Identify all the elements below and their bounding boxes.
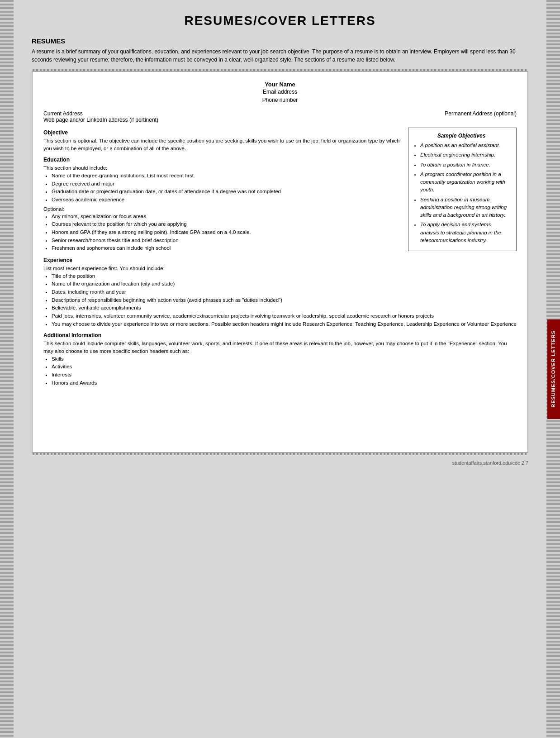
right-tab-label: RESUMES/COVER LETTERS xyxy=(551,330,556,408)
exp-bullet-2: Name of the organization and location (c… xyxy=(52,280,517,288)
edu-opt-bullet-2: Courses relevant to the position for whi… xyxy=(52,220,401,228)
resume-left-col: Objective This section is optional. The … xyxy=(43,125,401,252)
objective-title: Objective xyxy=(43,129,401,136)
sample-obj-3: To obtain a position in finance. xyxy=(420,161,510,169)
web-address: Web page and/or LinkedIn address (if per… xyxy=(43,117,158,123)
right-tab: RESUMES/COVER LETTERS xyxy=(547,319,560,419)
edu-bullet-1: Name of the degree-granting institutions… xyxy=(52,172,401,180)
additional-info-body: This section could include computer skil… xyxy=(43,340,517,355)
optional-label: Optional: xyxy=(43,206,401,212)
exp-bullet-7: You may choose to divide your experience… xyxy=(52,320,517,328)
add-bullet-1: Skills xyxy=(52,355,517,363)
objective-body: This section is optional. The objective … xyxy=(43,137,401,152)
add-bullet-4: Honors and Awards xyxy=(52,379,517,387)
education-optional-bullets: Any minors, specialization or focus area… xyxy=(43,213,401,252)
sample-obj-4: A program coordinator position in a comm… xyxy=(420,171,510,194)
exp-bullet-6: Paid jobs, internships, volunteer commun… xyxy=(52,312,517,320)
education-bullets: Name of the degree-granting institutions… xyxy=(43,172,401,204)
sample-objectives-title: Sample Objectives xyxy=(413,133,510,139)
address-row: Current Address Web page and/or LinkedIn… xyxy=(43,110,517,123)
sample-objectives-col: Sample Objectives A position as an edito… xyxy=(408,125,517,252)
right-decorative-border: RESUMES/COVER LETTERS xyxy=(546,0,560,738)
edu-opt-bullet-4: Senior research/honors thesis title and … xyxy=(52,237,401,244)
edu-opt-bullet-1: Any minors, specialization or focus area… xyxy=(52,213,401,220)
edu-bullet-2: Degree received and major xyxy=(52,180,401,188)
add-bullet-3: Interests xyxy=(52,371,517,379)
footer-text: studentaffairs.stanford.edu/cdc 2 7 xyxy=(32,460,528,466)
edu-opt-bullet-5: Freshmen and sophomores can include high… xyxy=(52,244,401,252)
experience-title: Experience xyxy=(43,257,517,263)
current-address-label: Current Address xyxy=(43,110,158,117)
experience-bullets: Title of the position Name of the organi… xyxy=(43,272,517,328)
left-decorative-border xyxy=(0,0,14,738)
add-bullet-2: Activities xyxy=(52,363,517,371)
resume-email: Email address xyxy=(43,88,517,96)
sample-obj-5: Seeking a position in museum administrat… xyxy=(420,196,510,219)
main-content: RESUMES/COVER LETTERS RESUMES A resume i… xyxy=(14,0,546,738)
current-address-block: Current Address Web page and/or LinkedIn… xyxy=(43,110,158,123)
exp-bullet-5: Believable, verifiable accomplishments xyxy=(52,304,517,312)
sample-objectives-box: Sample Objectives A position as an edito… xyxy=(408,128,517,251)
experience-intro: List most recent experience first. You s… xyxy=(43,265,517,272)
resume-template-box: Your Name Email address Phone number Cur… xyxy=(32,71,528,453)
resume-phone: Phone number xyxy=(43,96,517,104)
resumes-heading: RESUMES xyxy=(32,37,528,45)
resume-header: Your Name Email address Phone number xyxy=(43,81,517,104)
exp-bullet-1: Title of the position xyxy=(52,272,517,280)
exp-bullet-3: Dates, including month and year xyxy=(52,288,517,296)
resume-two-col: Objective This section is optional. The … xyxy=(43,125,517,252)
sample-objectives-list: A position as an editorial assistant. El… xyxy=(413,142,510,244)
resume-name: Your Name xyxy=(43,81,517,88)
exp-bullet-4: Descriptions of responsibilities beginni… xyxy=(52,296,517,304)
sample-obj-1: A position as an editorial assistant. xyxy=(420,142,510,149)
education-title: Education xyxy=(43,157,401,163)
additional-info-title: Additional Information xyxy=(43,332,517,338)
page-title: RESUMES/COVER LETTERS xyxy=(32,14,528,28)
sample-obj-2: Electrical engineering internship. xyxy=(420,151,510,159)
education-intro: This section should include: xyxy=(43,164,401,172)
permanent-address: Permanent Address (optional) xyxy=(445,110,517,123)
edu-bullet-4: Overseas academic experience xyxy=(52,196,401,204)
edu-opt-bullet-3: Honors and GPA (if they are a strong sel… xyxy=(52,229,401,236)
edu-bullet-3: Graduation date or projected graduation … xyxy=(52,188,401,195)
additional-info-bullets: Skills Activities Interests Honors and A… xyxy=(43,355,517,387)
sample-obj-6: To apply decision and systems analysis t… xyxy=(420,221,510,244)
resumes-intro: A resume is a brief summary of your qual… xyxy=(32,48,528,64)
